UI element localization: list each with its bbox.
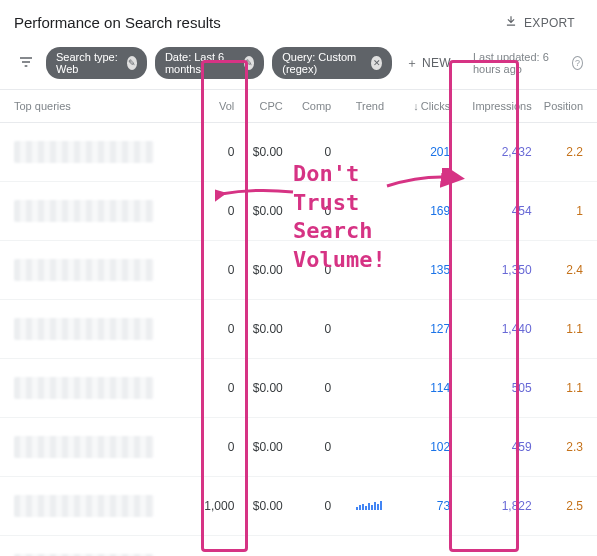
close-icon: ✕ — [371, 56, 381, 70]
cell-clicks: 73 — [392, 477, 458, 536]
cell-trend — [339, 359, 392, 418]
cell-comp: 0 — [291, 359, 339, 418]
chip-label: Query: Custom (regex) — [282, 51, 365, 75]
new-filter-button[interactable]: ＋ NEW — [400, 51, 457, 76]
cell-cpc: $0.00 — [242, 241, 290, 300]
cell-vol: 1,000 — [187, 477, 242, 536]
page-title: Performance on Search results — [14, 14, 221, 31]
cell-vol: 0 — [187, 241, 242, 300]
table-row[interactable]: 0$0.0001271,4401.1 — [0, 300, 597, 359]
redacted-query — [14, 259, 154, 281]
sort-descending-icon: ↓ — [413, 100, 419, 112]
cell-clicks: 135 — [392, 241, 458, 300]
pencil-icon: ✎ — [244, 56, 254, 70]
cell-comp: 0 — [291, 241, 339, 300]
cell-query — [0, 477, 187, 536]
cell-trend — [339, 182, 392, 241]
new-label: NEW — [422, 56, 451, 70]
cell-comp: 0 — [291, 182, 339, 241]
cell-cpc: $0.00 — [242, 477, 290, 536]
cell-cpc: $0.00 — [242, 182, 290, 241]
cell-impressions: 454 — [458, 182, 540, 241]
col-header-impressions[interactable]: Impressions — [458, 90, 540, 123]
export-button[interactable]: EXPORT — [496, 10, 583, 35]
cell-cpc: $0.00 — [242, 359, 290, 418]
cell-clicks: 62 — [392, 536, 458, 557]
col-header-vol[interactable]: Vol — [187, 90, 242, 123]
cell-cpc: $0.00 — [242, 300, 290, 359]
cell-position: 1 — [540, 182, 597, 241]
cell-position: 2.5 — [540, 477, 597, 536]
table-row[interactable]: 0$0.0001145051.1 — [0, 359, 597, 418]
cell-vol: 0 — [187, 123, 242, 182]
chip-query[interactable]: Query: Custom (regex) ✕ — [272, 47, 392, 79]
cell-impressions: 1,350 — [458, 241, 540, 300]
chip-date[interactable]: Date: Last 6 months ✎ — [155, 47, 264, 79]
chip-label: Date: Last 6 months — [165, 51, 238, 75]
cell-trend — [339, 241, 392, 300]
cell-position: 1.1 — [540, 536, 597, 557]
cell-impressions: 459 — [458, 418, 540, 477]
cell-vol: 0 — [187, 536, 242, 557]
col-header-comp[interactable]: Comp — [291, 90, 339, 123]
redacted-query — [14, 318, 154, 340]
col-header-trend[interactable]: Trend — [339, 90, 392, 123]
cell-position: 2.4 — [540, 241, 597, 300]
redacted-query — [14, 436, 154, 458]
cell-query — [0, 418, 187, 477]
cell-query — [0, 241, 187, 300]
table-row[interactable]: 0$0.0001694541 — [0, 182, 597, 241]
cell-position: 2.2 — [540, 123, 597, 182]
plus-icon: ＋ — [406, 55, 418, 72]
cell-trend — [339, 418, 392, 477]
cell-comp: 0 — [291, 536, 339, 557]
cell-vol: 0 — [187, 182, 242, 241]
chip-label: Search type: Web — [56, 51, 121, 75]
cell-impressions: 2,432 — [458, 123, 540, 182]
trend-sparkline — [356, 500, 384, 510]
col-header-position[interactable]: Position — [540, 90, 597, 123]
cell-cpc: $0.00 — [242, 536, 290, 557]
cell-vol: 0 — [187, 418, 242, 477]
filter-icon[interactable] — [14, 50, 38, 77]
download-icon — [504, 14, 518, 31]
cell-cpc: $0.00 — [242, 418, 290, 477]
redacted-query — [14, 495, 154, 517]
table-row[interactable]: 0$0.0002012,4322.2 — [0, 123, 597, 182]
cell-trend — [339, 123, 392, 182]
table-row[interactable]: 0$0.0001351,3502.4 — [0, 241, 597, 300]
col-header-clicks-label: Clicks — [421, 100, 450, 112]
cell-impressions: 249 — [458, 536, 540, 557]
col-header-clicks[interactable]: ↓Clicks — [392, 90, 458, 123]
redacted-query — [14, 141, 154, 163]
chip-search-type[interactable]: Search type: Web ✎ — [46, 47, 147, 79]
cell-vol: 0 — [187, 359, 242, 418]
table-row[interactable]: 0$0.000622491.1 — [0, 536, 597, 557]
cell-query — [0, 359, 187, 418]
cell-clicks: 201 — [392, 123, 458, 182]
cell-vol: 0 — [187, 300, 242, 359]
cell-impressions: 1,440 — [458, 300, 540, 359]
help-icon[interactable]: ? — [572, 56, 583, 70]
cell-clicks: 127 — [392, 300, 458, 359]
col-header-cpc[interactable]: CPC — [242, 90, 290, 123]
cell-clicks: 102 — [392, 418, 458, 477]
cell-comp: 0 — [291, 477, 339, 536]
redacted-query — [14, 200, 154, 222]
cell-comp: 0 — [291, 300, 339, 359]
cell-clicks: 114 — [392, 359, 458, 418]
table-row[interactable]: 0$0.0001024592.3 — [0, 418, 597, 477]
cell-comp: 0 — [291, 123, 339, 182]
cell-query — [0, 300, 187, 359]
cell-position: 1.1 — [540, 300, 597, 359]
last-updated: Last updated: 6 hours ago ? — [473, 51, 583, 75]
cell-cpc: $0.00 — [242, 123, 290, 182]
cell-trend — [339, 477, 392, 536]
col-header-queries[interactable]: Top queries — [0, 90, 187, 123]
table-header-row: Top queries Vol CPC Comp Trend ↓Clicks I… — [0, 90, 597, 123]
redacted-query — [14, 377, 154, 399]
table-row[interactable]: 1,000$0.000731,8222.5 — [0, 477, 597, 536]
cell-trend — [339, 300, 392, 359]
cell-position: 2.3 — [540, 418, 597, 477]
cell-trend — [339, 536, 392, 557]
